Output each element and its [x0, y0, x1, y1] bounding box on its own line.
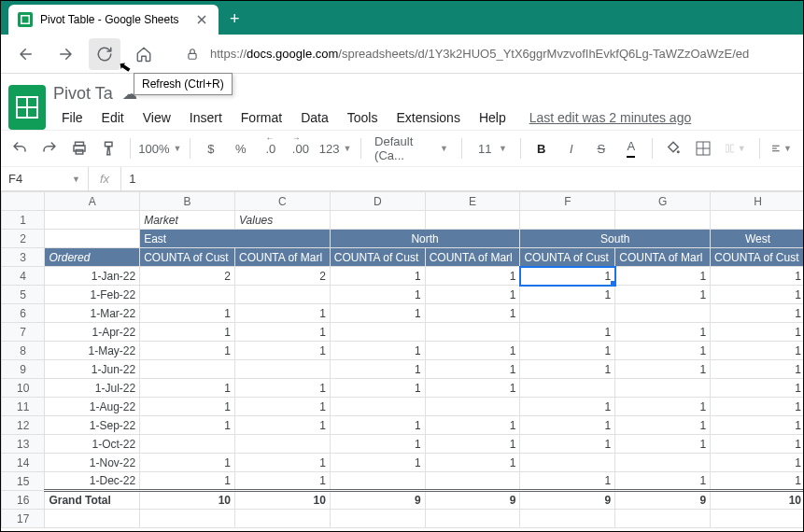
cell[interactable]: 1 — [140, 323, 235, 342]
pivot-value-header[interactable]: COUNTA of Marl — [425, 248, 520, 267]
cell[interactable]: 1 — [520, 416, 615, 435]
row-header[interactable]: 14 — [2, 454, 45, 472]
cell[interactable]: 1-May-22 — [45, 342, 140, 360]
cell[interactable] — [140, 510, 235, 528]
cell[interactable]: 1 — [615, 360, 711, 379]
cell[interactable]: 1 — [425, 435, 520, 454]
cell[interactable]: 1 — [140, 398, 235, 416]
cell[interactable]: 1 — [711, 416, 803, 435]
menu-insert[interactable]: Insert — [181, 108, 231, 127]
cell[interactable]: 1 — [711, 435, 803, 454]
pivot-value-header[interactable]: COUNTA of Cust — [140, 248, 235, 267]
cell[interactable] — [520, 510, 615, 528]
cell[interactable]: 1 — [711, 360, 803, 379]
doc-title[interactable]: Pivot Ta — [53, 84, 113, 104]
redo-button[interactable] — [36, 135, 63, 161]
cell[interactable]: 9 — [615, 491, 711, 510]
cell[interactable] — [330, 472, 425, 491]
pivot-ordered-header[interactable]: Ordered — [45, 248, 140, 267]
address-bar[interactable]: https://docs.google.com/spreadsheets/d/1… — [186, 47, 794, 61]
menu-format[interactable]: Format — [233, 108, 290, 127]
menu-edit[interactable]: Edit — [93, 108, 133, 127]
cell[interactable]: 1 — [425, 360, 520, 379]
cell[interactable] — [615, 454, 711, 472]
pivot-value-header[interactable]: COUNTA of Marl — [235, 248, 331, 267]
cell[interactable]: 1 — [711, 398, 803, 416]
cell[interactable]: 1-Jul-22 — [45, 379, 140, 398]
cell[interactable]: 1 — [711, 286, 803, 304]
cell[interactable]: 1 — [711, 323, 803, 342]
cell[interactable]: 1 — [235, 416, 331, 435]
cell[interactable]: 1-Jan-22 — [45, 267, 140, 286]
cell[interactable]: 1 — [140, 342, 235, 360]
font-size-select[interactable]: 11▼ — [470, 135, 513, 161]
row-header[interactable]: 8 — [2, 342, 45, 360]
cell[interactable]: 1 — [330, 379, 425, 398]
cell[interactable] — [425, 472, 520, 491]
cell[interactable] — [140, 286, 235, 304]
back-button[interactable] — [10, 38, 42, 70]
cell[interactable]: 1 — [520, 398, 615, 416]
menu-view[interactable]: View — [134, 108, 179, 127]
cell[interactable]: 1 — [235, 342, 331, 360]
cell[interactable]: 1-Apr-22 — [45, 323, 140, 342]
undo-button[interactable] — [7, 135, 33, 161]
increase-decimal[interactable]: →.00 — [288, 135, 314, 161]
row-header[interactable]: 16 — [2, 491, 45, 510]
cell[interactable]: 1 — [520, 323, 615, 342]
strike-button[interactable]: S — [588, 135, 614, 161]
cell[interactable]: 10 — [711, 491, 803, 510]
cell[interactable] — [235, 435, 331, 454]
cell[interactable]: 1-Feb-22 — [45, 286, 140, 304]
cell[interactable]: 1 — [520, 342, 615, 360]
cell[interactable]: 2 — [140, 267, 235, 286]
cell[interactable] — [520, 379, 615, 398]
cell[interactable] — [520, 454, 615, 472]
cell[interactable] — [520, 211, 615, 230]
cell[interactable] — [235, 286, 331, 304]
cell[interactable]: 1 — [330, 360, 425, 379]
cell[interactable]: 1 — [330, 416, 425, 435]
row-header[interactable]: 12 — [2, 416, 45, 435]
row-header[interactable]: 6 — [2, 304, 45, 323]
cell[interactable]: 1 — [520, 435, 615, 454]
row-header[interactable]: 15 — [2, 472, 45, 491]
close-tab-button[interactable] — [194, 12, 209, 27]
pivot-region-header[interactable]: East — [140, 230, 331, 248]
pivot-value-header[interactable]: COUNTA of Cust — [711, 248, 803, 267]
grand-total-label[interactable]: Grand Total — [45, 491, 140, 510]
cell[interactable]: 1 — [615, 267, 711, 286]
cell[interactable]: 1 — [140, 304, 235, 323]
cell[interactable] — [425, 398, 520, 416]
cell[interactable]: 1-Oct-22 — [45, 435, 140, 454]
decrease-decimal[interactable]: ←.0 — [258, 135, 284, 161]
cell[interactable]: 9 — [425, 491, 520, 510]
row-header[interactable]: 9 — [2, 360, 45, 379]
paint-format-button[interactable] — [96, 135, 122, 161]
cell[interactable]: 1-Dec-22 — [45, 472, 140, 491]
last-edit-link[interactable]: Last edit was 2 minutes ago — [529, 110, 692, 125]
format-currency[interactable]: $ — [198, 135, 224, 161]
cell[interactable]: 9 — [330, 491, 425, 510]
row-header[interactable]: 1 — [2, 211, 45, 230]
row-header[interactable]: 2 — [2, 230, 45, 248]
cell[interactable] — [615, 379, 711, 398]
home-button[interactable] — [128, 38, 160, 70]
cell[interactable]: 1 — [330, 342, 425, 360]
cell-reference[interactable]: F4▼ — [1, 167, 89, 190]
cell[interactable]: 1 — [615, 342, 711, 360]
cell[interactable]: 1 — [711, 267, 803, 286]
cell[interactable]: 1-Jun-22 — [45, 360, 140, 379]
cell[interactable]: 1 — [711, 472, 803, 491]
pivot-region-header[interactable]: North — [330, 230, 520, 248]
menu-extensions[interactable]: Extensions — [388, 108, 468, 127]
cell[interactable]: 1 — [520, 286, 615, 304]
cell[interactable] — [711, 211, 803, 230]
col-header[interactable]: F — [520, 192, 615, 211]
cell[interactable]: 10 — [140, 491, 235, 510]
cell[interactable]: 2 — [235, 267, 331, 286]
align-button[interactable]: ▼ — [767, 135, 797, 161]
cell[interactable]: 1 — [235, 472, 331, 491]
cell[interactable]: 1 — [235, 323, 331, 342]
row-header[interactable]: 17 — [2, 510, 45, 528]
